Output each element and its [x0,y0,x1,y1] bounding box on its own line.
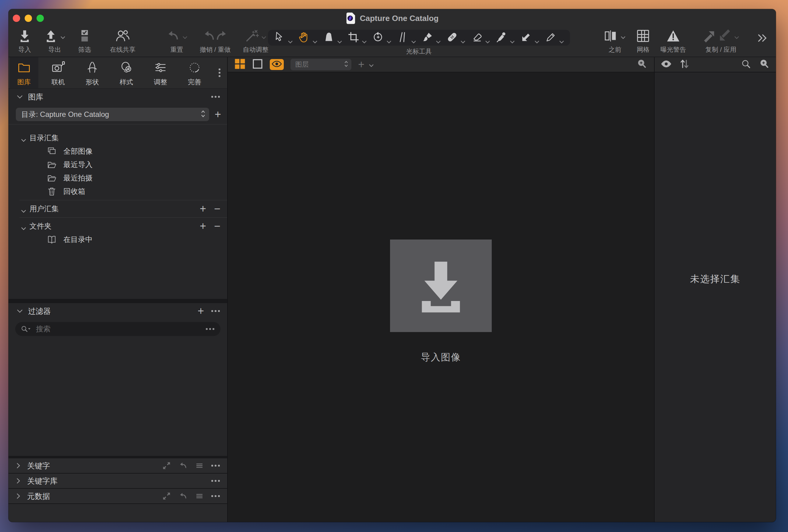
hand-tool[interactable] [296,32,320,44]
collection-trash[interactable]: 回收箱 [8,185,227,198]
library-more-icon[interactable] [211,96,220,98]
reset-icon [166,29,180,44]
window-title: Capture One Catalog [360,14,439,23]
cull-button[interactable]: 筛选 [78,28,92,54]
left-sidebar: 图库 联机 形状 样式 调整 [8,57,227,522]
close-button[interactable] [13,15,20,22]
filters-more-icon[interactable] [211,310,220,312]
refine-tab-icon [188,61,201,76]
brush-tool[interactable] [419,32,444,44]
pointer-tool[interactable] [271,32,296,44]
chevron-right-icon [16,493,20,499]
heal-tool-icon [446,32,458,44]
chevron-down-icon [485,36,490,40]
group-catalog-collections[interactable]: 目录汇集 [8,131,227,145]
export-icon [44,29,58,44]
keywords-more-icon[interactable] [211,465,220,467]
import-drop-tile[interactable] [390,240,492,332]
remove-folder-button[interactable]: − [214,221,220,232]
proof-view-button[interactable] [270,59,284,70]
add-catalog-button[interactable]: + [215,109,221,120]
zoom-loupe-button[interactable] [636,58,647,70]
tab-capture[interactable]: 联机 [44,57,73,88]
search-icon [21,325,31,333]
collection-recent-imports[interactable]: 最近导入 [8,158,227,171]
undo-redo-button[interactable]: 撤销 / 重做 [200,28,231,54]
folder-in-catalog[interactable]: 在目录中 [8,233,227,246]
heal-tool[interactable] [444,32,468,44]
viewer-view-button[interactable] [252,58,263,70]
dropper-tool[interactable] [493,32,518,44]
collection-recent-captures[interactable]: 最近拍摄 [8,171,227,185]
catalog-select-value: 目录: Capture One Catalog [21,109,109,119]
presets-menu-icon[interactable] [195,492,204,500]
keyword-library-panel-header[interactable]: 关键字库 [8,474,227,488]
tabs-menu-icon[interactable] [219,68,220,77]
main-toolbar: 导入 导出 筛选 在线共享 重置 撤销 / 重做 [8,27,776,57]
browser-panel: 未选择汇集 [655,57,776,522]
export-button[interactable]: 导出 [44,28,65,54]
reset-adjustments-icon[interactable] [178,492,188,500]
cursor-tools-label: 光标工具 [406,47,432,56]
rotate-tool[interactable] [370,32,394,44]
auto-adjust-button[interactable]: 自动调整 [243,28,269,54]
grid-button[interactable]: 网格 [636,28,650,54]
pen-tool[interactable] [542,32,567,44]
reset-adjustments-icon[interactable] [178,461,188,470]
undo-redo-icon [203,29,228,44]
apply-arrow-tool[interactable] [518,32,542,44]
zoom-button[interactable] [37,15,44,22]
stepper-icon [201,110,205,119]
browser-zoom-button[interactable] [759,58,770,70]
search-input[interactable]: 搜索 [15,322,220,336]
metadata-more-icon[interactable] [211,495,220,497]
group-folders[interactable]: 文件夹 + − [8,220,227,233]
chevron-down-icon [510,36,515,40]
collection-all-images[interactable]: 全部图像 [8,145,227,158]
browser-view-button[interactable] [234,58,245,70]
copy-apply-button[interactable]: 复制 / 应用 [703,28,739,54]
catalog-select[interactable]: 目录: Capture One Catalog [16,108,209,121]
loupe-tool-icon [323,32,335,44]
presets-menu-icon[interactable] [195,461,204,470]
keywords-panel-header[interactable]: 关键字 [8,458,227,473]
exposure-warning-button[interactable]: 曝光警告 [661,28,686,54]
add-filter-button[interactable]: + [198,306,204,316]
metadata-panel-header[interactable]: 元数据 [8,489,227,504]
group-user-collections[interactable]: 用户汇集 + − [8,202,227,216]
viewer: 图层 + 导入图像 [227,57,655,522]
tab-shapes[interactable]: 形状 [78,57,106,88]
import-button[interactable]: 导入 [18,28,32,54]
minimize-button[interactable] [25,15,32,22]
browser-toolbar [655,57,776,73]
remove-user-collection-button[interactable]: − [214,203,220,214]
tab-library[interactable]: 图库 [10,57,38,88]
eraser-tool[interactable] [468,32,493,44]
reset-button[interactable]: 重置 [166,28,188,54]
before-after-button[interactable]: 之前 [604,28,626,54]
copy-adjustments-icon[interactable] [162,461,171,470]
keyword-library-more-icon[interactable] [211,480,220,482]
search-options-icon[interactable] [206,328,214,330]
straighten-tool[interactable] [394,32,419,44]
crop-tool[interactable] [345,32,370,44]
add-folder-button[interactable]: + [200,221,206,232]
sort-button[interactable] [679,58,690,70]
browser-search-button[interactable] [741,58,751,70]
import-drop-target[interactable]: 导入图像 [390,240,492,364]
loupe-tool[interactable] [320,32,345,44]
tab-styles[interactable]: 样式 [112,57,141,88]
layers-select[interactable]: 图层 [291,59,351,70]
chevron-down-icon [559,36,564,40]
online-share-button[interactable]: 在线共享 [110,28,136,54]
tab-adjustments[interactable]: 调整 [146,57,175,88]
tab-refine[interactable]: 完善 [180,57,209,88]
preview-eye-button[interactable] [661,58,672,70]
copy-adjustments-icon[interactable] [162,492,171,500]
loupe-plus-icon [759,58,770,70]
toolbar-overflow-button[interactable] [756,32,768,45]
collapse-library-icon[interactable] [16,94,23,99]
add-user-collection-button[interactable]: + [200,203,206,214]
collapse-filters-icon[interactable] [16,309,23,313]
add-layer-button[interactable]: + [358,59,374,70]
